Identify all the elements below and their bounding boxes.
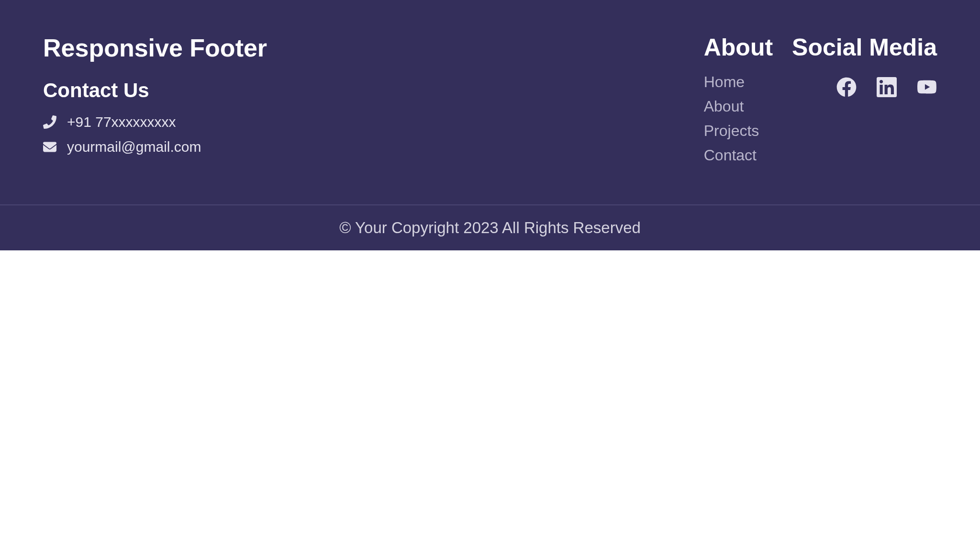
linkedin-link[interactable] [877,78,897,98]
footer-title: Responsive Footer [43,34,599,62]
footer-bottom: © Your Copyright 2023 All Rights Reserve… [0,204,980,250]
about-heading: About [704,34,773,61]
youtube-link[interactable] [917,78,937,98]
envelope-icon [43,140,56,154]
nav-link-projects[interactable]: Projects [704,122,773,140]
footer-container: Responsive Footer Contact Us +91 77xxxxx… [43,34,937,171]
footer: Responsive Footer Contact Us +91 77xxxxx… [0,0,980,204]
social-heading: Social Media [792,34,937,61]
linkedin-icon [877,76,897,101]
phone-text: +91 77xxxxxxxxx [67,114,176,130]
about-column: About Home About Projects Contact [704,34,773,171]
copyright-text: © Your Copyright 2023 All Rights Reserve… [0,219,980,237]
social-icons [792,78,937,98]
email-text: yourmail@gmail.com [67,139,201,155]
youtube-icon [917,78,937,98]
email-item[interactable]: yourmail@gmail.com [43,139,599,155]
nav-link-about[interactable]: About [704,98,773,115]
nav-link-contact[interactable]: Contact [704,146,773,164]
contact-heading: Contact Us [43,79,599,102]
phone-item[interactable]: +91 77xxxxxxxxx [43,114,599,130]
facebook-icon [836,77,857,99]
contact-column: Responsive Footer Contact Us +91 77xxxxx… [43,34,599,171]
about-nav-links: Home About Projects Contact [704,73,773,164]
phone-icon [43,115,56,129]
nav-link-home[interactable]: Home [704,73,773,91]
facebook-link[interactable] [836,78,857,98]
social-column: Social Media [792,34,937,171]
